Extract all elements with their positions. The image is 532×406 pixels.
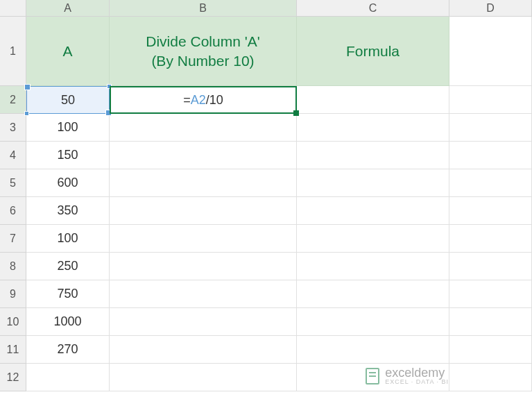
cell-A4[interactable]: 150 bbox=[26, 142, 110, 169]
cell-B8[interactable] bbox=[110, 253, 297, 280]
cell-C6[interactable] bbox=[297, 197, 449, 225]
row-header-6[interactable]: 6 bbox=[0, 197, 26, 225]
cell-B6[interactable] bbox=[110, 197, 297, 225]
cell-A3[interactable]: 100 bbox=[26, 114, 110, 142]
cell-D9[interactable] bbox=[449, 280, 532, 308]
cell-B7[interactable] bbox=[110, 225, 297, 253]
cell-D3[interactable] bbox=[449, 114, 532, 142]
cell-B5[interactable] bbox=[110, 169, 297, 197]
cell-D12[interactable] bbox=[449, 364, 532, 391]
selection-handle-icon bbox=[24, 111, 29, 116]
row-header-12[interactable]: 12 bbox=[0, 364, 26, 391]
formula-ref: A2 bbox=[191, 93, 206, 108]
cell-B3[interactable] bbox=[110, 114, 297, 142]
cell-A2-value: 50 bbox=[61, 93, 75, 108]
watermark-text: exceldemy EXCEL · DATA · BI bbox=[385, 366, 449, 385]
col-header-B[interactable]: B bbox=[110, 0, 297, 17]
cell-B9[interactable] bbox=[110, 280, 297, 308]
cell-A5[interactable]: 600 bbox=[26, 169, 110, 197]
cell-D7[interactable] bbox=[449, 225, 532, 253]
cell-D2[interactable] bbox=[449, 86, 532, 114]
cell-A12[interactable] bbox=[26, 364, 110, 391]
row-4: 4 150 bbox=[0, 142, 532, 169]
cell-A7[interactable]: 100 bbox=[26, 225, 110, 253]
select-all-corner[interactable] bbox=[0, 0, 26, 17]
column-header-row: A B C D bbox=[0, 0, 532, 17]
watermark-tag: EXCEL · DATA · BI bbox=[385, 379, 449, 385]
cell-C8[interactable] bbox=[297, 253, 449, 280]
cell-B4[interactable] bbox=[110, 142, 297, 169]
cell-B12[interactable] bbox=[110, 364, 297, 391]
row-header-5[interactable]: 5 bbox=[0, 169, 26, 197]
cell-C2[interactable] bbox=[297, 86, 449, 114]
cell-C1[interactable]: Formula bbox=[297, 17, 449, 86]
watermark: exceldemy EXCEL · DATA · BI bbox=[366, 366, 449, 385]
row-header-11[interactable]: 11 bbox=[0, 336, 26, 364]
cell-C7[interactable] bbox=[297, 225, 449, 253]
row-10: 10 1000 bbox=[0, 308, 532, 336]
cell-B1-line2: (By Number 10) bbox=[146, 51, 259, 70]
row-8: 8 250 bbox=[0, 253, 532, 280]
cell-D1[interactable] bbox=[449, 17, 532, 86]
cell-A10[interactable]: 1000 bbox=[26, 308, 110, 336]
spreadsheet-grid: A B C D 1 A Divide Column 'A' (By Number… bbox=[0, 0, 532, 391]
cell-A9[interactable]: 750 bbox=[26, 280, 110, 308]
row-header-2[interactable]: 2 bbox=[0, 86, 26, 114]
formula-suffix: /10 bbox=[206, 93, 223, 108]
col-header-A[interactable]: A bbox=[26, 0, 110, 17]
cell-C5[interactable] bbox=[297, 169, 449, 197]
cell-A6[interactable]: 350 bbox=[26, 197, 110, 225]
cell-A8[interactable]: 250 bbox=[26, 253, 110, 280]
col-header-D[interactable]: D bbox=[449, 0, 532, 17]
row-header-3[interactable]: 3 bbox=[0, 114, 26, 142]
row-header-8[interactable]: 8 bbox=[0, 253, 26, 280]
cell-C3[interactable] bbox=[297, 114, 449, 142]
formula-prefix: = bbox=[183, 93, 191, 108]
row-header-1[interactable]: 1 bbox=[0, 17, 26, 86]
watermark-name: exceldemy bbox=[385, 366, 449, 379]
row-header-4[interactable]: 4 bbox=[0, 142, 26, 169]
row-2: 2 50 =A2/10 bbox=[0, 86, 532, 114]
cell-A2[interactable]: 50 bbox=[26, 86, 110, 114]
cell-D11[interactable] bbox=[449, 336, 532, 364]
row-11: 11 270 bbox=[0, 336, 532, 364]
cell-B10[interactable] bbox=[110, 308, 297, 336]
cell-C11[interactable] bbox=[297, 336, 449, 364]
cell-B1[interactable]: Divide Column 'A' (By Number 10) bbox=[110, 17, 297, 86]
cell-C4[interactable] bbox=[297, 142, 449, 169]
row-header-10[interactable]: 10 bbox=[0, 308, 26, 336]
cell-A1[interactable]: A bbox=[26, 17, 110, 86]
cell-C9[interactable] bbox=[297, 280, 449, 308]
row-12: 12 bbox=[0, 364, 532, 391]
cell-A11[interactable]: 270 bbox=[26, 336, 110, 364]
cell-D5[interactable] bbox=[449, 169, 532, 197]
exceldemy-logo-icon bbox=[366, 368, 379, 384]
cell-B1-line1: Divide Column 'A' bbox=[146, 32, 259, 51]
cell-D10[interactable] bbox=[449, 308, 532, 336]
row-header-7[interactable]: 7 bbox=[0, 225, 26, 253]
cell-D8[interactable] bbox=[449, 253, 532, 280]
cell-D4[interactable] bbox=[449, 142, 532, 169]
cell-B11[interactable] bbox=[110, 336, 297, 364]
cell-B2[interactable]: =A2/10 bbox=[110, 86, 297, 114]
row-6: 6 350 bbox=[0, 197, 532, 225]
row-5: 5 600 bbox=[0, 169, 532, 197]
cell-D6[interactable] bbox=[449, 197, 532, 225]
row-9: 9 750 bbox=[0, 280, 532, 308]
row-3: 3 100 bbox=[0, 114, 532, 142]
row-7: 7 100 bbox=[0, 225, 532, 253]
cell-C10[interactable] bbox=[297, 308, 449, 336]
row-header-9[interactable]: 9 bbox=[0, 280, 26, 308]
row-1: 1 A Divide Column 'A' (By Number 10) For… bbox=[0, 17, 532, 86]
col-header-C[interactable]: C bbox=[297, 0, 449, 17]
